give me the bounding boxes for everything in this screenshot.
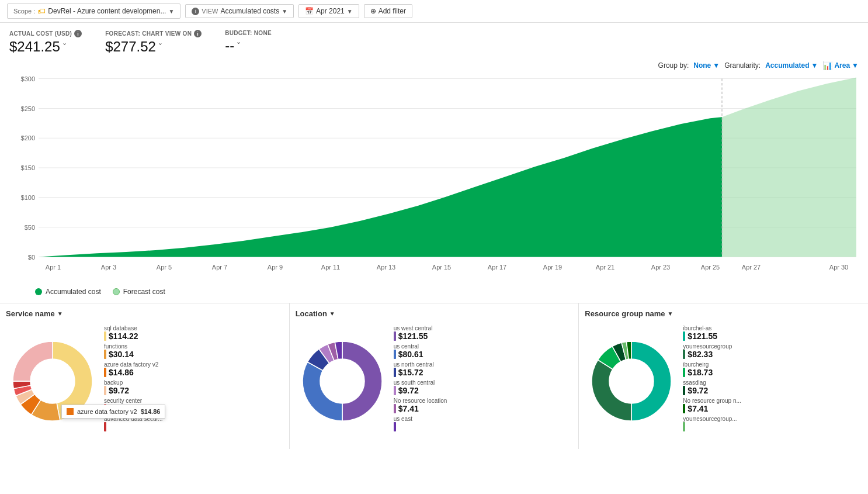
legend-item-label: ssasdlag bbox=[683, 379, 862, 386]
chart-legend: Accumulated cost Forecast cost bbox=[0, 283, 868, 303]
legend-item-bar bbox=[683, 404, 685, 413]
bottom-panels: Service name ▼ azure data factory v2 $14… bbox=[0, 303, 868, 449]
budget-block: BUDGET: NONE -- ˅ bbox=[225, 30, 272, 54]
legend-item-label: iburchel-as bbox=[683, 325, 862, 331]
scope-value: DevRel - Azure content developmen... bbox=[48, 7, 166, 15]
panel-service-name-content: azure data factory v2 $14.86 sql databas… bbox=[6, 323, 283, 439]
legend-item-label: No resource location bbox=[394, 398, 573, 404]
tooltip-label: azure data factory v2 bbox=[77, 408, 137, 415]
legend-item-value: $30.14 bbox=[104, 350, 283, 359]
chart-svg: $300 $250 $200 $150 $100 $50 $0 Apr 1 Ap… bbox=[9, 72, 859, 283]
svg-text:$0: $0 bbox=[28, 253, 35, 260]
panel-service-name-title[interactable]: Service name ▼ bbox=[6, 309, 283, 318]
view-label: VIEW bbox=[202, 8, 218, 15]
svg-text:$250: $250 bbox=[21, 105, 35, 112]
list-item: backup $9.72 bbox=[104, 379, 283, 395]
legend-item-bar bbox=[394, 331, 396, 341]
legend-item-value: $82.33 bbox=[683, 350, 862, 359]
add-filter-button[interactable]: ⊕ Add filter bbox=[364, 4, 412, 18]
actual-cost-label: ACTUAL COST (USD) i bbox=[9, 30, 82, 37]
legend-item-bar bbox=[683, 331, 685, 341]
panel-location-donut-wrapper bbox=[296, 323, 389, 439]
panel-service-name: Service name ▼ azure data factory v2 $14… bbox=[0, 303, 290, 449]
panel-location-content: us west central $121.55 us central $80.6… bbox=[296, 323, 573, 439]
forecast-info-icon[interactable]: i bbox=[194, 30, 202, 37]
panel-resource-group-donut-svg bbox=[588, 337, 675, 425]
accumulated-legend-label: Accumulated cost bbox=[46, 288, 101, 296]
budget-value: -- ˅ bbox=[225, 37, 272, 54]
panel-title-chevron-icon: ▼ bbox=[329, 310, 335, 317]
group-by-chevron-icon: ▼ bbox=[713, 61, 720, 70]
legend-item-bar bbox=[683, 368, 685, 377]
forecast-legend-dot bbox=[113, 288, 120, 295]
scope-button[interactable]: Scope : 🏷 DevRel - Azure content develop… bbox=[7, 4, 180, 19]
panel-location: Location ▼ us west central $121.55 us ce… bbox=[290, 303, 579, 449]
legend-item-label: us east bbox=[394, 416, 573, 422]
panel-resource-group-donut-wrapper bbox=[585, 323, 678, 439]
actual-cost-info-icon[interactable]: i bbox=[74, 30, 82, 37]
actual-cost-chevron-icon[interactable]: ˅ bbox=[63, 42, 67, 51]
metrics-row: ACTUAL COST (USD) i $241.25 ˅ FORECAST: … bbox=[0, 23, 868, 58]
legend-item-label: yourresourcegroup... bbox=[683, 416, 862, 422]
list-item: sql database $114.22 bbox=[104, 325, 283, 341]
svg-text:Apr 9: Apr 9 bbox=[268, 263, 283, 270]
toolbar: Scope : 🏷 DevRel - Azure content develop… bbox=[0, 0, 868, 23]
svg-text:$150: $150 bbox=[21, 164, 35, 171]
svg-text:$100: $100 bbox=[21, 194, 35, 201]
granularity-select[interactable]: Accumulated ▼ bbox=[765, 61, 818, 70]
legend-item-bar bbox=[394, 404, 396, 413]
granularity-label: Granularity: bbox=[724, 61, 761, 70]
panel-location-title[interactable]: Location ▼ bbox=[296, 309, 573, 318]
legend-item-bar bbox=[394, 422, 396, 431]
legend-item-label: functions bbox=[104, 343, 283, 350]
svg-text:Apr 23: Apr 23 bbox=[651, 263, 670, 270]
actual-cost-block: ACTUAL COST (USD) i $241.25 ˅ bbox=[9, 30, 82, 55]
date-value: Apr 2021 bbox=[316, 7, 345, 15]
legend-item-value: $9.72 bbox=[394, 386, 573, 395]
donut-tooltip: azure data factory v2 $14.86 bbox=[61, 405, 165, 419]
budget-chevron-icon[interactable]: ˅ bbox=[237, 41, 241, 50]
group-by-select[interactable]: None ▼ bbox=[693, 61, 720, 70]
legend-item-label: us north central bbox=[394, 361, 573, 368]
svg-text:Apr 5: Apr 5 bbox=[157, 263, 172, 270]
date-button[interactable]: 📅 Apr 2021 ▼ bbox=[298, 4, 359, 18]
area-chart-icon: 📊 bbox=[822, 61, 832, 70]
legend-item-bar bbox=[683, 350, 685, 359]
date-chevron-icon: ▼ bbox=[347, 8, 353, 15]
panel-resource-group-content: iburchel-as $121.55 yourresourcegroup $8… bbox=[585, 323, 862, 439]
svg-text:Apr 30: Apr 30 bbox=[829, 263, 848, 270]
svg-text:$300: $300 bbox=[21, 75, 35, 82]
svg-text:Apr 1: Apr 1 bbox=[46, 263, 61, 270]
legend-item-label: us south central bbox=[394, 379, 573, 386]
group-by-label: Group by: bbox=[658, 61, 689, 70]
legend-item-bar bbox=[394, 386, 396, 395]
list-item: iburchel-as $121.55 bbox=[683, 325, 862, 341]
legend-item-value: $121.55 bbox=[683, 331, 862, 341]
view-button[interactable]: i VIEW Accumulated costs ▼ bbox=[185, 4, 294, 18]
legend-item-value: $18.73 bbox=[683, 368, 862, 377]
legend-item-bar bbox=[104, 368, 106, 377]
forecast-chevron-icon[interactable]: ˅ bbox=[158, 42, 162, 51]
legend-item-value bbox=[683, 422, 862, 431]
chart-controls: Group by: None ▼ Granularity: Accumulate… bbox=[0, 58, 868, 72]
legend-item-label: azure data factory v2 bbox=[104, 361, 283, 368]
svg-text:Apr 27: Apr 27 bbox=[742, 263, 761, 270]
legend-item-value bbox=[394, 422, 573, 431]
svg-text:Apr 11: Apr 11 bbox=[321, 263, 340, 270]
tooltip-color-box bbox=[67, 408, 74, 415]
list-item: us south central $9.72 bbox=[394, 379, 573, 395]
legend-item-value: $7.41 bbox=[683, 404, 862, 413]
filter-icon: ⊕ bbox=[370, 7, 376, 15]
legend-item-value: $14.86 bbox=[104, 368, 283, 377]
main-chart: $300 $250 $200 $150 $100 $50 $0 Apr 1 Ap… bbox=[0, 72, 868, 283]
panel-service-name-donut-wrapper: azure data factory v2 $14.86 bbox=[6, 323, 99, 439]
svg-text:Apr 3: Apr 3 bbox=[101, 263, 116, 270]
panel-location-donut-svg bbox=[298, 337, 386, 425]
panel-resource-group-title[interactable]: Resource group name ▼ bbox=[585, 309, 862, 318]
view-chevron-icon: ▼ bbox=[282, 8, 287, 15]
tooltip-value: $14.86 bbox=[141, 408, 161, 415]
view-type-select[interactable]: 📊 Area ▼ bbox=[822, 61, 859, 70]
forecast-label: FORECAST: CHART VIEW ON i bbox=[105, 30, 202, 37]
scope-label: Scope : bbox=[13, 8, 35, 15]
svg-text:$200: $200 bbox=[21, 134, 35, 141]
